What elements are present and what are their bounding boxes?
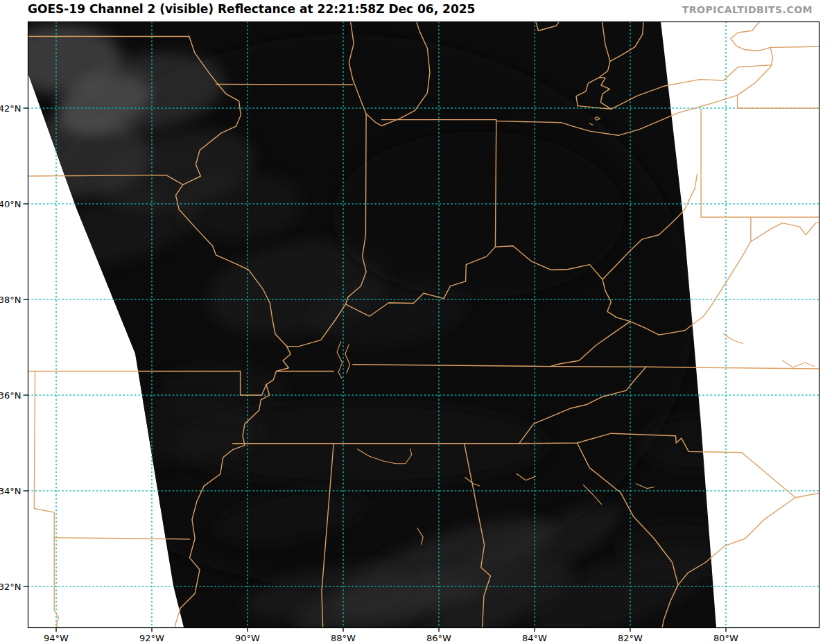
lat-tick-label-34°N: 34°N [0, 486, 21, 496]
lon-tick-label-90°W: 90°W [235, 633, 260, 643]
lon-tick-label-82°W: 82°W [618, 633, 643, 643]
lon-tick-label-80°W: 80°W [713, 633, 738, 643]
border-lake-ontario-west-loop [731, 17, 770, 51]
cloud [177, 170, 302, 239]
cloud [333, 132, 624, 298]
lat-tick-label-42°N: 42°N [0, 103, 21, 114]
lat-tick-label-36°N: 36°N [0, 390, 21, 401]
lon-tick-label-92°W: 92°W [139, 633, 164, 643]
satellite-map: 42°N40°N38°N36°N34°N32°N94°W92°W90°W88°W… [0, 0, 832, 644]
border-kerr-lake [782, 360, 814, 367]
cloud [638, 416, 749, 471]
border-texas-louisiana-sabine [54, 538, 63, 639]
border-niagara-river [770, 47, 772, 67]
lon-tick-label-86°W: 86°W [426, 633, 451, 643]
border-oklahoma-arkansas-texas [34, 372, 54, 538]
border-potomac-wv-md [751, 217, 827, 241]
lon-tick-label-94°W: 94°W [44, 633, 69, 643]
border-wisconsin-illinois [216, 85, 353, 85]
border-lake-ontario-south [770, 46, 832, 47]
lat-tick-label-40°N: 40°N [0, 199, 21, 209]
goes-satellite-view: GOES-19 Channel 2 (visible) Reflectance … [0, 0, 832, 644]
lat-tick-label-38°N: 38°N [0, 295, 21, 305]
lat-tick-label-32°N: 32°N [0, 582, 21, 592]
cloud [97, 399, 263, 461]
lon-tick-label-88°W: 88°W [331, 633, 356, 643]
border-new-york-pennsylvania [738, 95, 832, 108]
lon-tick-label-84°W: 84°W [522, 633, 547, 643]
